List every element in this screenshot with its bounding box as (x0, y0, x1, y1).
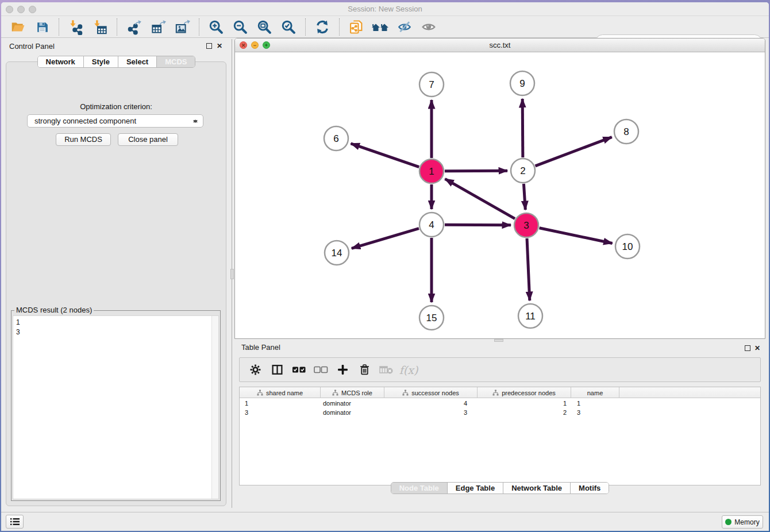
table-cell[interactable]: dominator (321, 408, 384, 417)
home-view-icon[interactable] (370, 18, 391, 36)
memory-button[interactable]: Memory (722, 515, 763, 529)
table-cell[interactable]: 1 (571, 399, 619, 408)
table-row[interactable]: 3dominator323 (240, 408, 760, 417)
float-table-panel-button[interactable] (745, 345, 750, 351)
graph-node[interactable] (419, 72, 444, 97)
table-cell[interactable]: 3 (240, 408, 321, 417)
table-cell[interactable]: 1 (240, 399, 321, 408)
graph-edge[interactable] (522, 99, 523, 157)
graph-edge[interactable] (540, 228, 613, 244)
tab-select[interactable]: Select (118, 56, 157, 67)
table-cell[interactable]: dominator (321, 399, 384, 408)
add-column-icon[interactable] (334, 361, 351, 379)
zoom-selected-icon[interactable] (278, 18, 299, 36)
graph-node[interactable] (514, 213, 538, 237)
hide-eye-icon[interactable] (394, 18, 415, 36)
table-options-icon[interactable] (247, 361, 264, 379)
export-table-icon[interactable] (148, 18, 168, 36)
tab-node-table[interactable]: Node Table (391, 483, 448, 494)
graph-node[interactable] (510, 71, 534, 95)
tab-network[interactable]: Network (38, 56, 84, 67)
close-table-panel-button[interactable]: ✕ (753, 344, 761, 352)
float-panel-button[interactable] (206, 43, 212, 49)
graph-edge[interactable] (351, 144, 419, 167)
mcds-result-text: 1 3 (16, 318, 20, 337)
graph-node[interactable] (615, 234, 640, 259)
show-eye-icon[interactable] (418, 18, 439, 36)
deselect-all-icon[interactable] (312, 361, 329, 379)
toolbar-separator (305, 18, 306, 36)
import-network-icon[interactable] (66, 18, 86, 36)
graph-node[interactable] (325, 241, 349, 265)
run-mcds-button[interactable]: Run MCDS (56, 133, 111, 146)
graph-edge[interactable] (527, 238, 530, 300)
export-network-icon[interactable] (124, 18, 144, 36)
table-cell[interactable]: 4 (384, 399, 478, 408)
task-history-button[interactable] (6, 515, 24, 529)
export-image-icon[interactable] (172, 18, 192, 36)
graph-edge[interactable] (445, 171, 507, 171)
select-all-icon[interactable] (290, 361, 307, 379)
panel-splitter[interactable] (230, 39, 234, 508)
window-title: Session: New Session (1, 5, 769, 13)
network-title: scc.txt (235, 41, 765, 49)
table-panel: Table Panel ✕ (234, 341, 765, 510)
tab-mcds[interactable]: MCDS (157, 56, 195, 67)
graph-node[interactable] (518, 304, 542, 328)
table-cell[interactable]: 3 (384, 408, 478, 417)
close-panel-button[interactable]: ✕ (215, 42, 224, 50)
tab-edge-table[interactable]: Edge Table (448, 483, 503, 494)
column-header-shared-name[interactable]: shared name (240, 387, 321, 398)
column-header-successor-nodes[interactable]: successor nodes (384, 387, 478, 398)
network-titlebar[interactable]: ✕ − + scc.txt (235, 38, 765, 52)
graph-edge[interactable] (445, 179, 515, 218)
graph-node[interactable] (419, 306, 444, 330)
main-toolbar (1, 17, 769, 38)
graph-node[interactable] (419, 213, 444, 237)
table-cell[interactable]: 1 (478, 399, 571, 408)
toolbar-separator (339, 18, 340, 36)
table-cell[interactable]: 2 (478, 408, 571, 417)
column-label: name (587, 390, 603, 396)
clone-network-icon[interactable] (346, 18, 367, 36)
mcds-result-area[interactable]: 1 3 (13, 315, 219, 499)
table-row[interactable]: 1dominator411 (240, 399, 760, 408)
graph-node[interactable] (324, 126, 348, 151)
show-columns-icon[interactable] (268, 361, 286, 379)
save-session-icon[interactable] (32, 18, 52, 36)
column-label: predecessor nodes (502, 390, 556, 396)
splitter-grip[interactable] (230, 269, 234, 279)
optimization-dropdown[interactable]: strongly connected component (27, 114, 203, 128)
graph-edge[interactable] (445, 225, 511, 225)
graph-node[interactable] (511, 159, 535, 183)
delete-column-icon[interactable] (356, 361, 373, 379)
zoom-in-icon[interactable] (206, 18, 226, 36)
zoom-fit-icon[interactable] (254, 18, 275, 36)
column-header-MCDS-role[interactable]: MCDS role (321, 387, 384, 398)
graph-node[interactable] (419, 159, 444, 183)
import-table-icon[interactable] (90, 18, 110, 36)
graph-edge[interactable] (523, 184, 525, 210)
zoom-out-icon[interactable] (230, 18, 251, 36)
column-header-predecessor-nodes[interactable]: predecessor nodes (478, 387, 571, 398)
graph-edge[interactable] (352, 229, 419, 249)
result-scrollbar[interactable] (211, 316, 218, 499)
graph-node[interactable] (614, 119, 638, 144)
table-toolbar: f(x) (239, 357, 761, 382)
network-canvas[interactable]: 7968124314101511 (235, 52, 765, 338)
table-body: 1dominator4113dominator323 (240, 399, 760, 485)
tab-network-table[interactable]: Network Table (503, 483, 571, 494)
tab-style[interactable]: Style (84, 56, 118, 67)
fx-label: f(x) (399, 364, 418, 376)
tab-motifs[interactable]: Motifs (571, 483, 609, 494)
column-header-name[interactable]: name (571, 387, 619, 398)
table-cell[interactable]: 3 (571, 408, 619, 417)
main-titlebar: Session: New Session (1, 2, 769, 16)
apply-layout-icon[interactable] (312, 18, 333, 36)
list-icon (10, 518, 20, 526)
open-file-icon[interactable] (7, 18, 28, 36)
graph-edge[interactable] (536, 137, 612, 166)
delete-table-icon (378, 361, 395, 379)
close-panel-button-inner[interactable]: Close panel (118, 133, 178, 146)
network-graph[interactable]: 7968124314101511 (235, 52, 765, 338)
